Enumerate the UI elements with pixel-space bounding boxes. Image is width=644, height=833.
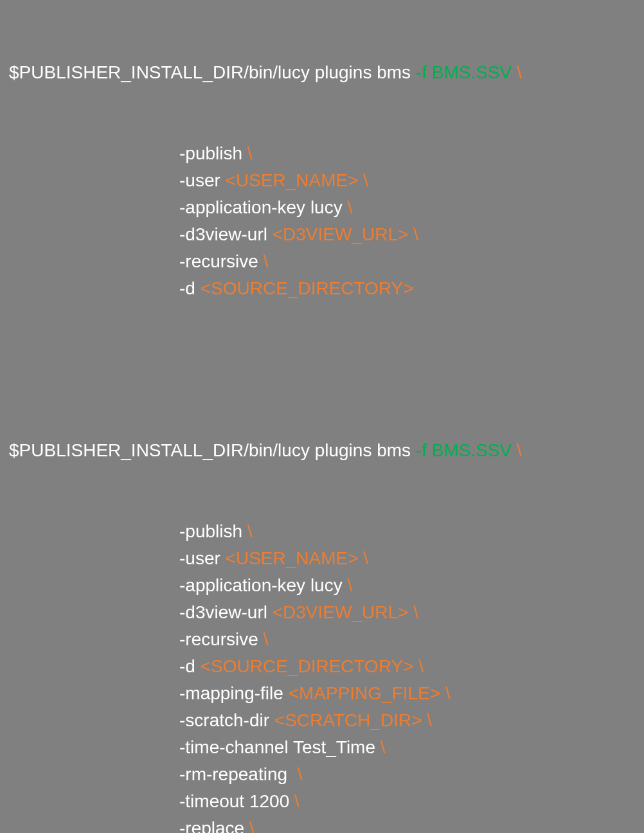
code-segment: \ [247, 521, 253, 541]
code-segment: \ [363, 170, 368, 190]
code-segment: -user [179, 170, 226, 190]
command-line: -d3view-url <D3VIEW_URL> \ [9, 599, 635, 626]
command-line: -application-key lucy \ [9, 194, 635, 221]
code-segment: <USER_NAME> [226, 170, 359, 190]
code-segment: -recursive [179, 629, 264, 649]
code-segment: \ [298, 764, 303, 784]
command-line: -timeout 1200 \ [9, 788, 635, 815]
command-line: -time-channel Test_Time \ [9, 734, 635, 761]
code-segment: <MAPPING_FILE> [289, 683, 441, 703]
code-segment: -d3view-url [179, 602, 273, 622]
code-segment: \ [380, 737, 386, 757]
code-segment: <D3VIEW_URL> [273, 224, 409, 244]
code-segment: -replace [179, 818, 249, 833]
code-segment: -time-channel Test_Time [179, 737, 380, 757]
code-segment: \ [427, 710, 432, 730]
command-line: -publish \ [9, 140, 635, 167]
code-segment: -publish [179, 521, 247, 541]
code-segment: \ [347, 197, 352, 217]
code-segment: \ [445, 683, 451, 703]
command-line: -d <SOURCE_DIRECTORY> [9, 275, 635, 302]
command-line: -user <USER_NAME> \ [9, 545, 635, 572]
code-segment: -rm-repeating [179, 764, 298, 784]
command-line: -recursive \ [9, 626, 635, 653]
command-line: -replace \ [9, 815, 635, 833]
command-lines-container-1: -publish \-user <USER_NAME> \-applicatio… [9, 140, 635, 302]
code-segment: \ [264, 251, 269, 271]
command-line: -application-key lucy \ [9, 572, 635, 599]
code-segment: \ [363, 548, 368, 568]
code-segment: <SOURCE_DIRECTORY> [201, 278, 414, 298]
code-segment [408, 224, 413, 244]
command-line: -rm-repeating \ [9, 761, 635, 788]
command-block-1: $PUBLISHER_INSTALL_DIR/bin/lucy plugins … [9, 5, 635, 356]
cmd-text: $PUBLISHER_INSTALL_DIR/bin/lucy plugins … [9, 62, 416, 82]
code-segment: \ [294, 791, 300, 811]
command-line: -user <USER_NAME> \ [9, 167, 635, 194]
command-line: -recursive \ [9, 248, 635, 275]
code-segment [408, 602, 413, 622]
cmd-text: $PUBLISHER_INSTALL_DIR/bin/lucy plugins … [9, 440, 416, 460]
code-segment: <D3VIEW_URL> [273, 602, 409, 622]
code-segment: \ [413, 224, 418, 244]
command-line: -d3view-url <D3VIEW_URL> \ [9, 221, 635, 248]
code-segment: -d [179, 278, 201, 298]
line-continuation: \ [512, 62, 522, 82]
code-segment: \ [264, 629, 269, 649]
command-line: -publish \ [9, 518, 635, 545]
code-segment: <USER_NAME> [226, 548, 359, 568]
code-document: $PUBLISHER_INSTALL_DIR/bin/lucy plugins … [0, 0, 644, 833]
code-segment: \ [413, 602, 418, 622]
command-lines-container-2: -publish \-user <USER_NAME> \-applicatio… [9, 518, 635, 833]
command-line: -scratch-dir <SCRATCH_DIR> \ [9, 707, 635, 734]
code-segment: -mapping-file [179, 683, 289, 703]
code-segment: -recursive [179, 251, 264, 271]
command-line-head: $PUBLISHER_INSTALL_DIR/bin/lucy plugins … [9, 59, 635, 86]
code-segment: \ [247, 143, 253, 163]
command-line: -d <SOURCE_DIRECTORY> \ [9, 653, 635, 680]
code-segment: <SOURCE_DIRECTORY> [201, 656, 414, 676]
code-segment: -scratch-dir [179, 710, 274, 730]
code-segment: -application-key lucy [179, 197, 347, 217]
code-segment: \ [249, 818, 255, 833]
command-block-2: $PUBLISHER_INSTALL_DIR/bin/lucy plugins … [9, 383, 635, 833]
block-separator [9, 356, 635, 383]
code-segment: -application-key lucy [179, 575, 347, 595]
line-continuation: \ [512, 440, 522, 460]
code-segment: -d3view-url [179, 224, 273, 244]
code-segment [440, 683, 445, 703]
code-segment: <SCRATCH_DIR> [274, 710, 422, 730]
command-line-head: $PUBLISHER_INSTALL_DIR/bin/lucy plugins … [9, 437, 635, 464]
code-segment: -publish [179, 143, 247, 163]
command-line: -mapping-file <MAPPING_FILE> \ [9, 680, 635, 707]
cmd-flag: -f BMS.SSV [416, 440, 512, 460]
code-segment: -user [179, 548, 226, 568]
code-segment: -d [179, 656, 201, 676]
code-segment: \ [347, 575, 352, 595]
code-segment: -timeout 1200 [179, 791, 294, 811]
cmd-flag: -f BMS.SSV [416, 62, 512, 82]
code-segment: \ [418, 656, 424, 676]
